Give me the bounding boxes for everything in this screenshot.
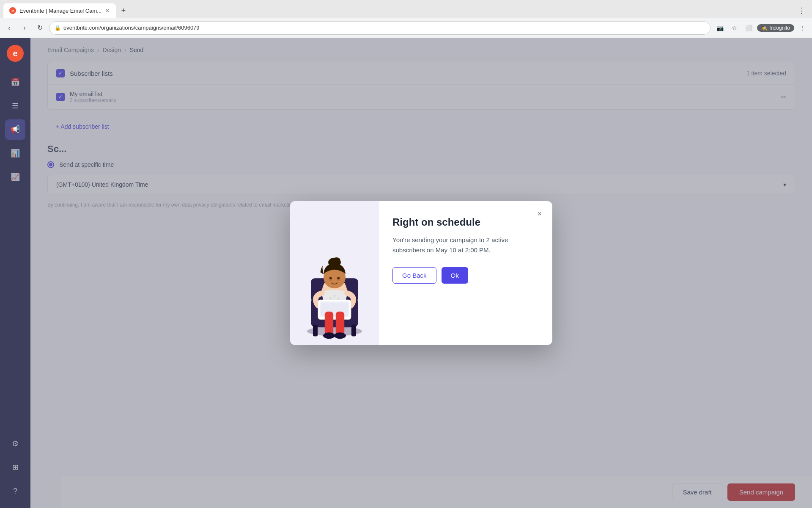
star-icon[interactable]: ☆ xyxy=(728,22,740,34)
svg-point-7 xyxy=(334,295,335,297)
svg-point-24 xyxy=(337,277,340,279)
calendar-icon: 📅 xyxy=(11,77,20,87)
browser-settings-icon[interactable]: ⋮ xyxy=(797,22,809,34)
chart-icon: 📊 xyxy=(11,149,20,158)
sidebar-item-chart[interactable]: 📊 xyxy=(5,143,25,163)
address-bar[interactable]: 🔒 eventbrite.com/organizations/campaigns… xyxy=(49,21,710,35)
svg-rect-3 xyxy=(313,325,318,337)
sidebar-item-list[interactable]: ☰ xyxy=(5,96,25,116)
incognito-icon: 🕵 xyxy=(761,25,768,31)
tab-manager-icon[interactable]: ⬜ xyxy=(743,22,754,34)
app-container: e 📅 ☰ 📢 📊 📈 ⚙ ⊞ ? xyxy=(0,38,812,508)
modal-actions: Go Back Ok xyxy=(392,267,539,284)
close-icon: × xyxy=(538,210,542,218)
sidebar: e 📅 ☰ 📢 📊 📈 ⚙ ⊞ ? xyxy=(0,38,30,508)
main-content: Email Campaigns › Design › Send ✓ Subscr… xyxy=(30,38,812,508)
svg-point-6 xyxy=(330,297,332,299)
confirmation-modal: × Right on schedule You're sending your … xyxy=(290,201,552,345)
active-tab[interactable]: e Eventbrite | Manage Email Cam... ✕ xyxy=(3,3,116,18)
help-icon: ? xyxy=(13,487,17,496)
svg-rect-4 xyxy=(351,325,356,337)
modal-illustration xyxy=(290,201,379,345)
browser-chrome: e Eventbrite | Manage Email Cam... ✕ + ⋮… xyxy=(0,0,812,38)
svg-rect-15 xyxy=(336,312,344,335)
browser-menu-button[interactable]: ⋮ xyxy=(798,6,805,15)
analytics-icon: 📈 xyxy=(11,172,20,182)
incognito-label: Incognito xyxy=(769,25,790,31)
nav-actions: 📷 ☆ ⬜ 🕵 Incognito ⋮ xyxy=(714,22,809,34)
sidebar-item-campaigns[interactable]: 📢 xyxy=(5,119,25,140)
lock-icon: 🔒 xyxy=(55,25,61,31)
tab-close-button[interactable]: ✕ xyxy=(105,7,110,14)
camera-off-icon[interactable]: 📷 xyxy=(714,22,726,34)
sidebar-item-settings[interactable]: ⚙ xyxy=(5,433,25,454)
modal-overlay: × Right on schedule You're sending your … xyxy=(30,38,812,508)
sidebar-item-grid[interactable]: ⊞ xyxy=(5,457,25,478)
sidebar-item-analytics[interactable]: 📈 xyxy=(5,167,25,187)
list-icon: ☰ xyxy=(12,101,19,110)
incognito-badge: 🕵 Incognito xyxy=(757,24,794,32)
go-back-button[interactable]: Go Back xyxy=(392,267,436,284)
svg-point-16 xyxy=(323,332,335,339)
tab-favicon: e xyxy=(9,7,16,14)
back-button[interactable]: ‹ xyxy=(3,22,15,34)
browser-tabs: e Eventbrite | Manage Email Cam... ✕ + ⋮ xyxy=(0,0,812,18)
settings-icon: ⚙ xyxy=(12,439,19,448)
modal-description: You're sending your campaign to 2 active… xyxy=(392,235,539,255)
new-tab-button[interactable]: + xyxy=(118,5,129,17)
forward-button[interactable]: › xyxy=(19,22,30,34)
svg-point-17 xyxy=(334,332,346,339)
ok-button[interactable]: Ok xyxy=(442,267,468,284)
modal-close-button[interactable]: × xyxy=(534,208,546,220)
url-text: eventbrite.com/organizations/campaigns/e… xyxy=(63,25,200,31)
svg-rect-14 xyxy=(325,312,333,335)
sidebar-item-calendar[interactable]: 📅 xyxy=(5,72,25,92)
svg-point-20 xyxy=(332,257,340,264)
sidebar-bottom: ⚙ ⊞ ? xyxy=(5,433,25,501)
grid-icon: ⊞ xyxy=(12,463,19,472)
eventbrite-logo[interactable]: e xyxy=(7,45,24,62)
modal-title: Right on schedule xyxy=(392,216,539,228)
svg-point-8 xyxy=(337,298,339,300)
modal-body: × Right on schedule You're sending your … xyxy=(379,201,552,345)
campaign-icon: 📢 xyxy=(11,125,20,134)
tab-title: Eventbrite | Manage Email Cam... xyxy=(19,8,102,14)
refresh-button[interactable]: ↻ xyxy=(34,22,46,34)
person-illustration xyxy=(296,235,373,345)
browser-nav: ‹ › ↻ 🔒 eventbrite.com/organizations/cam… xyxy=(0,18,812,38)
svg-point-23 xyxy=(329,277,332,279)
sidebar-item-help[interactable]: ? xyxy=(5,481,25,501)
